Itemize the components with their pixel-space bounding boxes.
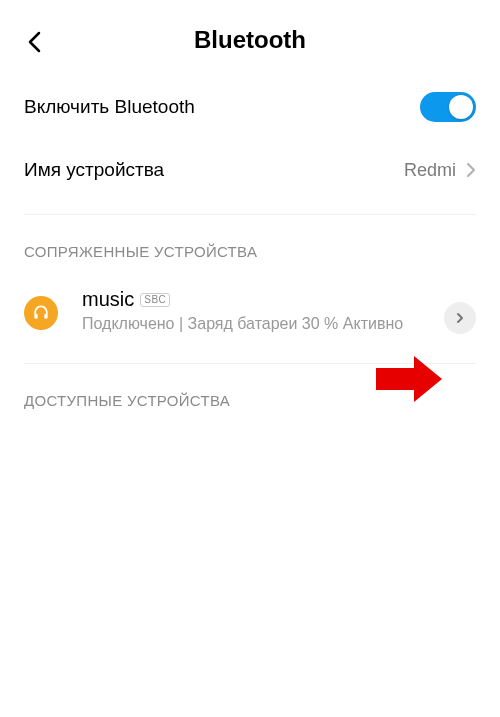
bluetooth-toggle[interactable]: [420, 92, 476, 122]
header: Bluetooth: [0, 0, 500, 74]
chevron-right-icon: [456, 312, 464, 324]
device-name-line: music SBC: [82, 288, 436, 311]
toggle-knob: [449, 95, 473, 119]
chevron-left-icon: [27, 31, 41, 53]
paired-device-row[interactable]: music SBC Подключено | Заряд батареи 30 …: [0, 274, 500, 363]
device-name-label: Имя устройства: [24, 159, 404, 181]
device-status: Подключено | Заряд батареи 30 % Активно: [82, 313, 436, 335]
device-info: music SBC Подключено | Заряд батареи 30 …: [82, 288, 436, 335]
codec-badge: SBC: [140, 293, 170, 307]
chevron-right-icon: [466, 162, 476, 178]
enable-bluetooth-row[interactable]: Включить Bluetooth: [0, 74, 500, 140]
device-details-button[interactable]: [444, 302, 476, 334]
device-name-row[interactable]: Имя устройства Redmi: [0, 140, 500, 200]
paired-devices-section-title: СОПРЯЖЕННЫЕ УСТРОЙСТВА: [0, 215, 500, 274]
enable-bluetooth-label: Включить Bluetooth: [24, 96, 420, 118]
page-title: Bluetooth: [20, 26, 480, 54]
headphones-icon: [24, 296, 58, 330]
device-name-value: Redmi: [404, 160, 456, 181]
available-devices-section-title: ДОСТУПНЫЕ УСТРОЙСТВА: [0, 364, 500, 423]
back-button[interactable]: [22, 30, 46, 54]
device-name: music: [82, 288, 134, 311]
